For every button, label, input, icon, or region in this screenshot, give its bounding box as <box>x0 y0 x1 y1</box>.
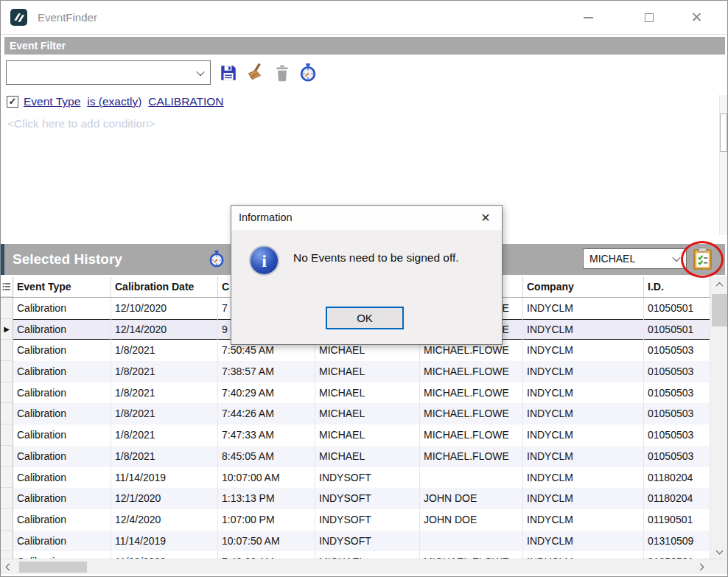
table-cell: 1/8/2021 <box>111 403 218 424</box>
condition-field-link[interactable]: Event Type <box>24 95 80 108</box>
condition-value-link[interactable]: CALIBRATION <box>148 95 223 108</box>
table-row[interactable]: Calibration11/23/20207:40:00 AMMICHAELMI… <box>1 551 710 559</box>
combo-dropdown-button[interactable] <box>191 70 210 76</box>
table-cell: 1/8/2021 <box>111 361 218 382</box>
clear-filter-broom-button[interactable] <box>245 63 265 82</box>
row-selector-cell[interactable] <box>1 424 13 446</box>
column-header[interactable]: Calibration Date <box>111 276 218 297</box>
table-row[interactable]: Calibration1/8/20217:40:29 AMMICHAELMICH… <box>1 382 710 404</box>
table-cell: 01050503 <box>644 382 710 404</box>
filter-name-input[interactable] <box>7 61 191 84</box>
table-cell: INDYCLM <box>523 382 644 404</box>
table-row[interactable]: Calibration1/8/20217:44:26 AMMICHAELMICH… <box>1 403 710 424</box>
row-indicator-header[interactable] <box>1 276 13 297</box>
table-cell: MICHAEL <box>315 403 420 424</box>
delete-filter-trash-button[interactable] <box>273 63 292 83</box>
filter-panel-scrollbar[interactable] <box>719 95 727 235</box>
horizontal-scrollbar-thumb[interactable] <box>19 562 87 573</box>
table-cell: INDYCLM <box>523 446 644 467</box>
table-cell: Calibration <box>13 488 111 509</box>
table-cell: Calibration <box>13 446 111 467</box>
add-condition-link[interactable]: <Click here to add condition> <box>7 117 155 130</box>
table-cell: 11/14/2019 <box>111 467 218 489</box>
close-icon: ✕ <box>480 211 490 225</box>
dialog-close-button[interactable]: ✕ <box>469 206 502 230</box>
column-header[interactable]: Event Type <box>13 276 111 297</box>
user-combobox[interactable]: MICHAEL <box>583 248 687 269</box>
table-cell: INDYCLM <box>523 424 644 446</box>
table-cell: Calibration <box>13 551 111 559</box>
table-row[interactable]: Calibration1/8/20218:45:05 AMMICHAELMICH… <box>1 446 710 467</box>
row-selector-cell[interactable] <box>1 403 13 424</box>
row-selector-cell[interactable] <box>1 488 13 509</box>
row-selector-cell[interactable] <box>1 298 13 319</box>
row-selector-cell[interactable] <box>1 509 13 531</box>
filter-preset-combobox[interactable] <box>6 60 211 85</box>
table-row[interactable]: Calibration1/8/20217:47:33 AMMICHAELMICH… <box>1 424 710 446</box>
table-cell: MICHAEL.FLOWE <box>420 361 523 382</box>
table-row[interactable]: Calibration1/8/20217:38:57 AMMICHAELMICH… <box>1 361 710 382</box>
row-selector-cell[interactable] <box>1 551 13 559</box>
table-cell: 1/8/2021 <box>111 446 218 467</box>
row-selector-cell[interactable] <box>1 361 13 382</box>
table-cell: 11/23/2020 <box>111 551 218 559</box>
app-logo-icon <box>10 9 27 26</box>
table-cell: 8:45:05 AM <box>218 446 315 467</box>
table-cell: 1/8/2021 <box>111 382 218 404</box>
table-cell: INDYCLM <box>523 361 644 382</box>
history-stopwatch-icon[interactable] <box>208 250 225 267</box>
table-cell: 7:40:29 AM <box>218 382 315 404</box>
table-cell: Calibration <box>13 361 111 382</box>
table-horizontal-scrollbar[interactable] <box>1 559 728 574</box>
table-cell: MICHAEL.FLOWE <box>420 424 523 446</box>
table-cell: 01180204 <box>644 467 710 489</box>
table-cell: 1:07:00 PM <box>218 509 315 531</box>
table-vertical-scrollbar[interactable] <box>710 276 728 559</box>
close-icon: ✕ <box>691 10 703 24</box>
table-cell: INDYCLM <box>523 319 644 340</box>
table-cell: 01190501 <box>644 509 710 531</box>
table-cell: MICHAEL <box>315 361 420 382</box>
column-header[interactable]: Company <box>523 276 644 297</box>
row-selector-cell[interactable] <box>1 467 13 489</box>
dialog-title: Information <box>239 206 293 230</box>
table-row[interactable]: Calibration12/4/20201:07:00 PMINDYSOFTJO… <box>1 509 710 531</box>
table-row[interactable]: Calibration12/1/20201:13:13 PMINDYSOFTJO… <box>1 488 710 509</box>
scroll-up-button[interactable] <box>710 276 728 293</box>
table-cell: INDYSOFT <box>315 509 420 531</box>
chevron-down-icon <box>716 547 724 554</box>
table-row[interactable]: Calibration11/14/201910:07:50 AMINDYSOFT… <box>1 531 710 552</box>
table-cell: 01180204 <box>644 488 710 509</box>
row-selector-cell[interactable]: ▶ <box>1 319 13 340</box>
table-cell: 10:07:00 AM <box>218 467 315 489</box>
ok-button[interactable]: OK <box>326 307 404 329</box>
row-selector-cell[interactable] <box>1 446 13 467</box>
table-cell: 12/14/2020 <box>111 319 218 340</box>
scroll-down-button[interactable] <box>710 542 728 559</box>
column-header[interactable]: I.D. <box>644 276 710 297</box>
close-button[interactable]: ✕ <box>680 1 713 34</box>
maximize-button[interactable] <box>632 1 665 34</box>
table-cell: 10:07:50 AM <box>218 531 315 552</box>
scroll-right-button[interactable] <box>693 559 707 574</box>
condition-checkbox[interactable]: ✓ <box>7 96 18 108</box>
run-filter-stopwatch-button[interactable] <box>298 63 318 82</box>
row-selector-cell[interactable] <box>1 531 13 552</box>
row-selector-cell[interactable] <box>1 382 13 404</box>
filter-panel-scrollbar-thumb[interactable] <box>720 113 727 152</box>
signoff-clipboard-check-button[interactable] <box>693 247 713 270</box>
table-row[interactable]: Calibration11/14/201910:07:00 AMINDYSOFT… <box>1 467 710 489</box>
save-filter-button[interactable] <box>219 63 238 83</box>
table-cell: Calibration <box>13 424 111 446</box>
combo-dropdown-button[interactable] <box>667 256 686 262</box>
minimize-button[interactable] <box>572 1 605 34</box>
table-cell: 01050503 <box>644 361 710 382</box>
row-selector-cell[interactable] <box>1 340 13 361</box>
condition-operator-link[interactable]: is (exactly) <box>87 95 141 108</box>
table-cell <box>420 531 523 552</box>
scroll-left-button[interactable] <box>2 559 15 574</box>
filter-condition-row: ✓ Event Type is (exactly) CALIBRATION <box>7 95 231 108</box>
vertical-scrollbar-thumb[interactable] <box>712 294 727 326</box>
table-cell: 7:38:57 AM <box>218 361 315 382</box>
table-cell: INDYSOFT <box>315 531 420 552</box>
